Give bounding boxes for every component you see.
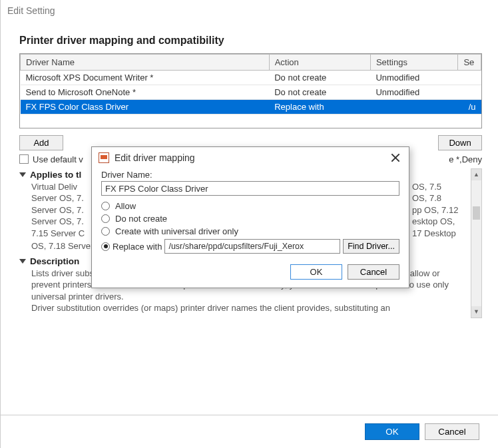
scroll-up-icon[interactable]: ▲ bbox=[471, 169, 481, 180]
radio-label: Allow bbox=[115, 201, 136, 211]
radio-universal-only[interactable]: Create with universal driver only bbox=[101, 225, 399, 238]
applies-line: 7.15 Server C bbox=[31, 228, 95, 240]
col-se[interactable]: Se bbox=[458, 55, 481, 71]
radio-icon[interactable] bbox=[101, 202, 110, 210]
use-default-label-left: Use default v bbox=[33, 154, 83, 164]
table-row-empty bbox=[21, 114, 481, 128]
use-default-label-right: e *,Deny bbox=[449, 154, 482, 164]
cell-action: Do not create bbox=[269, 85, 370, 100]
col-settings[interactable]: Settings bbox=[370, 55, 457, 71]
driver-table: Driver Name Action Settings Se Microsoft… bbox=[19, 53, 482, 128]
replace-path-input[interactable] bbox=[164, 239, 340, 254]
cell-settings: Unmodified bbox=[370, 85, 457, 100]
radio-label: Create with universal driver only bbox=[115, 226, 238, 236]
driver-name-label: Driver Name: bbox=[101, 170, 399, 180]
applies-to-label: Applies to tl bbox=[30, 170, 81, 180]
applies-line: 17 Desktop bbox=[412, 228, 469, 240]
table-row[interactable]: FX FPS Color Class Driver Replace with /… bbox=[21, 100, 481, 114]
cell-se: /u bbox=[458, 100, 481, 114]
radio-icon[interactable] bbox=[101, 214, 110, 223]
description-label: Description bbox=[30, 256, 79, 266]
window-title: Edit Setting bbox=[1, 0, 498, 25]
cell-action: Replace with bbox=[269, 100, 370, 114]
cell-se bbox=[458, 71, 481, 85]
document-icon bbox=[99, 152, 109, 163]
cancel-button[interactable]: Cancel bbox=[425, 423, 479, 440]
applies-line: Server OS, 7. bbox=[31, 192, 95, 204]
scroll-thumb[interactable] bbox=[473, 206, 480, 220]
applies-line: pp OS, 7.12 bbox=[412, 204, 469, 216]
table-header-row: Driver Name Action Settings Se bbox=[21, 55, 481, 71]
radio-icon[interactable] bbox=[101, 242, 110, 251]
cell-settings bbox=[370, 100, 457, 114]
radio-do-not-create[interactable]: Do not create bbox=[101, 212, 399, 225]
cell-settings: Unmodified bbox=[370, 71, 457, 85]
applies-line: Virtual Deliv bbox=[31, 181, 95, 193]
applies-line: OS, 7.5 bbox=[412, 181, 469, 193]
modal-cancel-button[interactable]: Cancel bbox=[348, 264, 399, 280]
scroll-down-icon[interactable]: ▼ bbox=[471, 306, 481, 318]
applies-line: Server OS, 7. bbox=[31, 216, 95, 228]
section-heading: Printer driver mapping and compatibility bbox=[19, 35, 482, 47]
footer: OK Cancel bbox=[1, 415, 498, 448]
applies-line: Server OS, 7. bbox=[31, 204, 95, 216]
close-icon[interactable] bbox=[390, 152, 401, 163]
table-row[interactable]: Send to Microsoft OneNote * Do not creat… bbox=[21, 85, 481, 100]
col-driver-name[interactable]: Driver Name bbox=[21, 55, 270, 71]
table-row[interactable]: Microsoft XPS Document Writer * Do not c… bbox=[21, 71, 481, 85]
col-action[interactable]: Action bbox=[269, 55, 370, 71]
modal-title: Edit driver mapping bbox=[99, 152, 195, 163]
use-default-checkbox[interactable] bbox=[19, 154, 29, 164]
modal-title-text: Edit driver mapping bbox=[115, 152, 195, 163]
applies-line: esktop OS, bbox=[412, 216, 469, 228]
radio-icon[interactable] bbox=[101, 227, 110, 236]
edit-driver-mapping-dialog: Edit driver mapping Driver Name: Allow D… bbox=[91, 146, 409, 288]
cell-driver-name: FX FPS Color Class Driver bbox=[21, 100, 270, 114]
radio-label: Do not create bbox=[115, 214, 167, 224]
cell-driver-name: Microsoft XPS Document Writer * bbox=[21, 71, 270, 85]
radio-allow[interactable]: Allow bbox=[101, 200, 399, 212]
driver-name-input[interactable] bbox=[101, 181, 399, 196]
applies-line: OS, 7.8 bbox=[412, 192, 469, 204]
cell-driver-name: Send to Microsoft OneNote * bbox=[21, 85, 270, 100]
cell-se bbox=[458, 85, 481, 100]
down-button[interactable]: Down bbox=[438, 135, 482, 150]
radio-replace-with[interactable]: Replace with Find Driver... bbox=[101, 238, 399, 255]
ok-button[interactable]: OK bbox=[365, 423, 419, 440]
cell-action: Do not create bbox=[269, 71, 370, 85]
caret-down-icon bbox=[19, 172, 26, 177]
add-button[interactable]: Add bbox=[19, 135, 63, 150]
scrollbar[interactable]: ▲ ▼ bbox=[471, 168, 482, 318]
edit-setting-window: Edit Setting Printer driver mapping and … bbox=[0, 0, 498, 448]
modal-ok-button[interactable]: OK bbox=[290, 264, 342, 280]
caret-down-icon bbox=[19, 259, 26, 264]
radio-label: Replace with bbox=[113, 242, 162, 252]
find-driver-button[interactable]: Find Driver... bbox=[343, 239, 399, 254]
action-radio-group: Allow Do not create Create with universa… bbox=[101, 200, 399, 255]
